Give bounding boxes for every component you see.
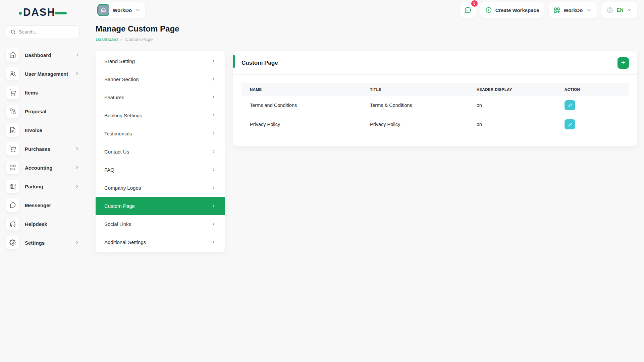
sidebar-item-settings[interactable]: Settings [6,233,79,252]
workspace-switcher-label: WorkDo [564,7,583,13]
menu-item-contact-us[interactable]: Contact Us [96,142,225,161]
chevron-right-icon [75,240,79,245]
sidebar-search[interactable] [6,25,79,38]
edit-button[interactable] [565,100,575,110]
chevron-right-icon [75,184,79,189]
home-icon [6,48,19,62]
chevron-right-icon [211,131,216,136]
language-label: EN [617,7,624,13]
sidebar-item-proposal[interactable]: Proposal [6,102,79,121]
sidebar-item-label: Messenger [25,202,79,208]
headset-icon [6,217,19,231]
sidebar-item-purchases[interactable]: Purchases [6,139,79,158]
column-header-action: ACTION [556,83,629,96]
chevron-down-icon [135,7,141,13]
menu-item-label: Features [104,95,124,100]
menu-item-label: Brand Setting [104,58,135,64]
column-header-name: NAME [241,83,362,96]
sidebar-item-items[interactable]: Items [6,83,79,102]
sidebar-item-helpdesk[interactable]: Helpdesk [6,215,79,233]
messages-badge: 0 [471,0,478,7]
menu-item-label: Contact Us [104,149,129,155]
sidebar-item-label: Items [25,90,79,96]
card-title: Custom Page [241,60,278,66]
chevron-right-icon [211,95,216,100]
menu-item-label: Additional Settings [104,239,146,245]
plus-circle-icon [485,7,492,13]
menu-item-additional-settings[interactable]: Additional Settings [96,233,225,251]
menu-item-social-links[interactable]: Social Links [96,215,225,233]
menu-item-label: FAQ [104,167,114,173]
chevron-right-icon [75,146,79,151]
chevron-right-icon [211,167,216,172]
chevron-right-icon [75,165,79,170]
custom-page-table-wrapper: NAME TITLE HEADER DISPLAY ACTION Terms a… [233,75,637,146]
add-custom-page-button[interactable]: + [618,57,629,69]
topbar: WorkDo 0 Create Workspace WorkDo EN [96,0,637,20]
cell-name: Terms and Conditions [241,96,362,115]
menu-item-label: Testimonials [104,131,132,136]
custom-page-card-header: Custom Page + [233,51,637,75]
logo-text: DASH [23,6,55,18]
sidebar-item-label: Purchases [25,146,69,152]
cart-icon [6,86,19,99]
search-input[interactable] [19,29,79,35]
menu-item-banner-section[interactable]: Banner Section [96,70,225,88]
chevron-right-icon [75,71,79,76]
chevron-right-icon [211,185,216,190]
app-logo: DASH [6,5,79,20]
edit-button[interactable] [565,119,575,129]
menu-item-brand-setting[interactable]: Brand Setting [96,52,225,70]
grid-plus-icon [554,7,560,13]
menu-item-label: Company Logos [104,185,141,191]
cell-header-display: on [468,115,556,134]
sidebar-item-messenger[interactable]: Messenger [6,196,79,215]
menu-item-custom-page[interactable]: Custom Page [96,197,225,215]
page-head: Manage Custom Page Dashboard › Custom Pa… [96,24,637,42]
column-header-header-display: HEADER DISPLAY [468,83,556,96]
menu-item-company-logos[interactable]: Company Logos [96,179,225,197]
grid-plus-icon [6,161,19,174]
breadcrumb-dashboard-link[interactable]: Dashboard [96,37,118,42]
document-icon [6,123,19,137]
workspace-switcher[interactable]: WorkDo [549,2,596,18]
sidebar-item-label: Proposal [25,109,79,114]
create-workspace-button[interactable]: Create Workspace [480,2,544,18]
menu-item-testimonials[interactable]: Testimonials [96,124,225,142]
menu-item-booking-settings[interactable]: Booking Settings [96,106,225,124]
menu-item-label: Banner Section [104,76,139,82]
table-row: Privacy Policy Privacy Policy on [241,115,629,134]
users-icon [6,67,19,80]
sidebar-item-user-management[interactable]: User Management [6,64,79,83]
breadcrumb-separator: › [121,37,122,42]
chevron-right-icon [75,53,79,57]
gear-icon [6,236,19,249]
cell-header-display: on [468,96,556,115]
chevron-right-icon [211,77,216,81]
sidebar-item-label: Invoice [25,127,79,133]
menu-item-features[interactable]: Features [96,88,225,106]
chevron-right-icon [211,113,216,118]
workspace-pill[interactable]: WorkDo [96,2,145,18]
cell-name: Privacy Policy [241,115,362,134]
create-workspace-label: Create Workspace [495,7,539,13]
sidebar-item-parking[interactable]: Parking [6,177,79,196]
language-selector[interactable]: EN [601,2,637,18]
sidebar-item-accounting[interactable]: Accounting [6,158,79,177]
menu-item-label: Booking Settings [104,113,142,118]
chevron-right-icon [211,222,216,226]
chevron-down-icon [586,7,592,13]
messages-button[interactable]: 0 [460,2,476,18]
cell-action [556,115,629,134]
cell-title: Terms & Conditions [362,96,468,115]
menu-item-faq[interactable]: FAQ [96,161,225,179]
menu-item-label: Social Links [104,221,131,227]
chat-bubble-icon [6,198,19,212]
pencil-icon [568,103,572,108]
page-title: Manage Custom Page [96,24,637,34]
main-content: WorkDo 0 Create Workspace WorkDo EN [86,0,644,362]
chevron-right-icon [211,149,216,154]
sidebar-item-dashboard[interactable]: Dashboard [6,46,79,64]
sidebar-item-label: Helpdesk [25,221,79,227]
sidebar-item-invoice[interactable]: Invoice [6,121,79,139]
